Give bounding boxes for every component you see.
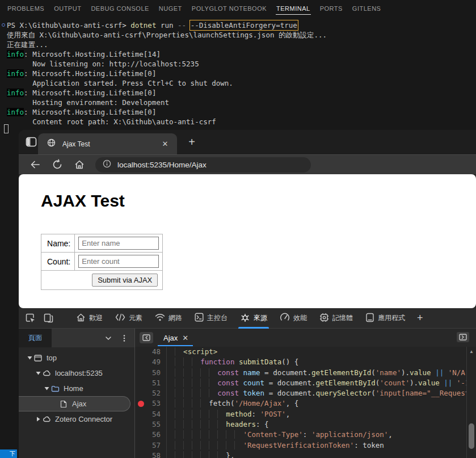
token: 'N/A' xyxy=(448,368,466,377)
code-editor[interactable]: 48 <script>49 function submitData() {50 … xyxy=(135,347,466,458)
panel-tab-problems[interactable]: PROBLEMS xyxy=(7,3,45,15)
sources-icon xyxy=(240,313,250,324)
line-gutter[interactable]: 56 xyxy=(135,430,166,440)
new-tab-button[interactable]: + xyxy=(185,135,199,149)
devtools-tab-home[interactable]: 歡迎 xyxy=(70,308,109,329)
breakpoint-icon[interactable] xyxy=(138,401,144,407)
more-tabs-button[interactable]: + xyxy=(411,312,429,324)
code-text: const name = document.getElementById('na… xyxy=(166,368,466,378)
devtools-tab-performance[interactable]: 效能 xyxy=(273,308,313,329)
token: getElementById xyxy=(315,379,375,387)
line-number: 51 xyxy=(152,378,161,388)
line-number: 55 xyxy=(152,419,161,430)
terminal-output[interactable]: PS X:\Github\auto-anti-csrf> dotnet run … xyxy=(7,20,472,127)
panel-tab-gitlens[interactable]: GITLENS xyxy=(352,3,382,15)
tree-item-ajax[interactable]: Ajax xyxy=(19,396,134,411)
indent-guides xyxy=(166,399,209,407)
command-decoration-icon[interactable] xyxy=(2,23,5,27)
count-label: Count: xyxy=(41,253,75,271)
devtools-tab-console[interactable]: 主控台 xyxy=(188,308,234,329)
home-icon[interactable] xyxy=(74,159,85,170)
line-gutter[interactable]: 50 xyxy=(135,368,166,378)
tree-item-localhost-5235[interactable]: localhost:5235 xyxy=(19,365,134,381)
hide-navigator-icon[interactable] xyxy=(140,332,153,343)
line-number: 54 xyxy=(152,409,161,419)
token: headers xyxy=(226,420,256,428)
twistie-down-icon[interactable] xyxy=(34,371,42,375)
devtools-tab-label: 效能 xyxy=(293,313,307,323)
site-info-icon[interactable] xyxy=(103,159,111,170)
code-line: 49 function submitData() { xyxy=(135,357,466,367)
terminal-line: PS X:\Github\auto-anti-csrf> dotnet run … xyxy=(7,20,472,30)
devtools-tab-application[interactable]: 應用程式 xyxy=(359,308,411,329)
browser-tabstrip: Ajax Test ✕ + xyxy=(19,130,476,154)
name-input[interactable] xyxy=(78,237,159,250)
devtools-tab-label: 歡迎 xyxy=(89,313,103,323)
terminal-text: 使用來自 X:\Github\auto-anti-csrf\Properties… xyxy=(7,31,327,39)
scrollbar-thumb[interactable] xyxy=(469,423,474,449)
panel-tab-polyglot-notebook[interactable]: POLYGLOT NOTEBOOK xyxy=(191,3,267,15)
line-gutter[interactable]: 58 xyxy=(135,451,166,458)
token: ( xyxy=(371,389,376,397)
indent-guides xyxy=(166,441,243,449)
back-icon[interactable] xyxy=(30,159,41,170)
twistie-down-icon[interactable] xyxy=(26,356,33,360)
devtools-tab-memory[interactable]: 記憶體 xyxy=(313,308,359,329)
tree-item-top[interactable]: top xyxy=(19,350,134,365)
panel-tab-ports[interactable]: PORTS xyxy=(319,3,343,15)
line-gutter[interactable]: 52 xyxy=(135,388,166,398)
scroll-up-icon[interactable]: ▲ xyxy=(467,347,476,354)
line-gutter[interactable]: 54 xyxy=(135,409,166,419)
elements-icon xyxy=(115,313,125,323)
submit-ajax-button[interactable]: Submit via AJAX xyxy=(92,274,158,287)
line-gutter[interactable]: 49 xyxy=(135,357,166,367)
terminal-line: info: Microsoft.Hosting.Lifetime[14] xyxy=(7,49,472,59)
devtools-tab-network[interactable]: 網路 xyxy=(149,308,188,329)
chevron-down-icon[interactable] xyxy=(103,333,114,344)
editor-tab-ajax[interactable]: Ajax ✕ xyxy=(158,329,194,347)
token: value xyxy=(418,379,440,387)
editor-tab-close-icon[interactable]: ✕ xyxy=(182,334,188,342)
twistie-down-icon[interactable] xyxy=(43,386,50,390)
token: count xyxy=(243,379,264,387)
console-icon xyxy=(195,313,204,323)
line-gutter[interactable]: 51 xyxy=(135,378,166,388)
editor-tabbar: Ajax ✕ xyxy=(135,329,476,347)
code-text: method: 'POST', xyxy=(166,409,290,419)
browser-tab[interactable]: Ajax Test ✕ xyxy=(38,133,177,154)
tree-item-home[interactable]: Home xyxy=(19,381,134,396)
count-input[interactable] xyxy=(78,255,159,268)
kebab-menu-icon[interactable] xyxy=(119,333,130,344)
panel-tab-nuget[interactable]: NUGET xyxy=(158,3,183,15)
editor-scrollbar[interactable]: ▲ xyxy=(466,347,476,458)
line-gutter[interactable]: 57 xyxy=(135,440,166,451)
devtools-tab-sources[interactable]: 來源 xyxy=(234,308,273,329)
devtools-tab-elements[interactable]: 元素 xyxy=(109,308,149,329)
line-gutter[interactable]: 55 xyxy=(135,419,166,430)
tree-item-zotero-connector[interactable]: Zotero Connector xyxy=(19,411,134,427)
panel-tab-output[interactable]: OUTPUT xyxy=(53,3,82,15)
tab-close-icon[interactable]: ✕ xyxy=(160,139,170,149)
code-line: 54 method: 'POST', xyxy=(135,409,466,419)
open-sidebar-icon[interactable] xyxy=(457,332,469,342)
code-line: 57 'RequestVerificationToken': token xyxy=(135,440,466,451)
navigator-pane-header: 頁面 xyxy=(19,329,134,347)
network-icon xyxy=(155,313,165,323)
panel-tab-terminal[interactable]: TERMINAL xyxy=(276,3,311,15)
token: 'RequestVerificationToken' xyxy=(243,441,354,449)
token: submitData xyxy=(239,358,281,366)
address-bar[interactable]: localhost:5235/Home/Ajax xyxy=(95,157,311,173)
terminal-text: Hosting environment: Development xyxy=(7,98,169,107)
code-text: const count = document.getElementById('c… xyxy=(166,378,466,388)
line-gutter[interactable]: 53 xyxy=(135,398,166,409)
devtools-panel: 歡迎元素網路主控台來源效能記憶體應用程式 + 頁面 toplocalhost:5… xyxy=(19,308,476,458)
tab-actions-icon[interactable] xyxy=(25,136,37,148)
line-gutter[interactable]: 48 xyxy=(135,347,166,357)
reload-icon[interactable] xyxy=(52,159,63,170)
device-emulation-icon[interactable] xyxy=(41,312,55,325)
token: = document. xyxy=(264,379,315,387)
inspect-element-icon[interactable] xyxy=(23,312,37,325)
panel-tab-debug-console[interactable]: DEBUG CONSOLE xyxy=(90,3,149,15)
tab-page[interactable]: 頁面 xyxy=(19,329,52,347)
twistie-right-icon[interactable] xyxy=(34,417,42,422)
